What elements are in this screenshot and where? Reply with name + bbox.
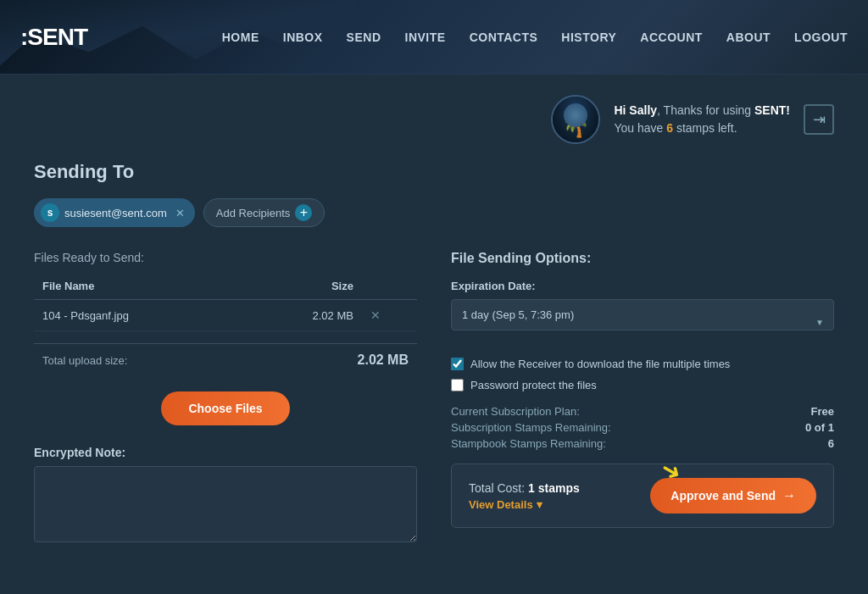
total-cost-text: Total Cost: xyxy=(469,481,528,495)
stampbook-row: Stampbook Stamps Remaining: 6 xyxy=(451,437,834,450)
approve-and-send-button[interactable]: Approve and Send → xyxy=(650,478,816,514)
cost-label: Total Cost: 1 stamps xyxy=(469,481,580,495)
files-ready-label: Files Ready to Send: xyxy=(34,251,417,264)
greeting-stamps-count: 6 xyxy=(666,121,673,135)
main-content: Hi Sally, Thanks for using SENT! You hav… xyxy=(0,75,868,594)
col-file-name: File Name xyxy=(34,273,244,300)
total-row: Total upload size: 2.02 MB xyxy=(34,343,417,376)
plan-label: Current Subscription Plan: xyxy=(451,405,580,418)
add-recipients-label: Add Recipients xyxy=(216,207,290,219)
choose-files-button[interactable]: Choose Files xyxy=(161,391,289,425)
stamps-remaining-label: Subscription Stamps Remaining: xyxy=(451,421,611,434)
stamps-remaining-value: 0 of 1 xyxy=(805,421,834,434)
plan-row: Current Subscription Plan: Free xyxy=(451,405,834,418)
allow-multiple-downloads-checkbox[interactable] xyxy=(451,358,464,370)
note-label: Encrypted Note: xyxy=(34,446,417,459)
remove-file-button[interactable]: ✕ xyxy=(370,308,381,322)
two-column-layout: Files Ready to Send: File Name Size 104 … xyxy=(34,251,834,546)
file-size-cell: 2.02 MB xyxy=(244,300,362,331)
add-recipients-button[interactable]: Add Recipients + xyxy=(203,198,325,227)
header: :SENT HOME INBOX SEND INVITE CONTACTS HI… xyxy=(0,0,868,75)
chevron-down-icon: ▾ xyxy=(537,498,542,511)
total-cost-box: Total Cost: 1 stamps View Details ▾ ➜ Ap… xyxy=(451,464,834,528)
encrypted-note-input[interactable] xyxy=(34,466,417,542)
password-protect-label: Password protect the files xyxy=(470,379,597,391)
table-row: 104 - Pdsganf.jpg 2.02 MB ✕ xyxy=(34,300,417,331)
plan-value: Free xyxy=(811,405,834,418)
right-column: File Sending Options: Expiration Date: 1… xyxy=(451,251,834,546)
password-protect-row: Password protect the files xyxy=(451,379,834,391)
greeting-bar: Hi Sally, Thanks for using SENT! You hav… xyxy=(34,95,834,144)
view-details-label: View Details xyxy=(469,498,533,511)
left-column: Files Ready to Send: File Name Size 104 … xyxy=(34,251,417,546)
nav-account[interactable]: ACCOUNT xyxy=(640,31,703,44)
nav-contacts[interactable]: CONTACTS xyxy=(470,31,538,44)
file-name-cell: 104 - Pdsganf.jpg xyxy=(34,300,244,331)
cost-info: Total Cost: 1 stamps View Details ▾ xyxy=(469,481,580,511)
nav-history[interactable]: HISTORY xyxy=(561,31,616,44)
add-plus-icon: + xyxy=(295,204,312,221)
avatar xyxy=(551,95,600,144)
nav-send[interactable]: SEND xyxy=(347,31,381,44)
nav-inbox[interactable]: INBOX xyxy=(283,31,323,44)
stampbook-value: 6 xyxy=(828,437,834,450)
recipient-email: susiesent@sent.com xyxy=(64,207,167,219)
view-details-link[interactable]: View Details ▾ xyxy=(469,498,580,511)
expiry-label: Expiration Date: xyxy=(451,280,834,292)
stampbook-label: Stampbook Stamps Remaining: xyxy=(451,437,606,450)
recipient-chip: s susiesent@sent.com ✕ xyxy=(34,198,195,227)
logout-arrow-button[interactable]: ⇥ xyxy=(804,104,834,135)
remove-recipient-button[interactable]: ✕ xyxy=(175,207,185,219)
recipients-row: s susiesent@sent.com ✕ Add Recipients + xyxy=(34,198,834,227)
nav-logout[interactable]: LOGOUT xyxy=(794,31,848,44)
total-size-value: 2.02 MB xyxy=(358,353,409,368)
nav-about[interactable]: ABOUT xyxy=(726,31,771,44)
subscription-info: Current Subscription Plan: Free Subscrip… xyxy=(451,405,834,450)
stamps-remaining-row: Subscription Stamps Remaining: 0 of 1 xyxy=(451,421,834,434)
greeting-brand: SENT! xyxy=(754,103,790,117)
expiry-date-select[interactable]: 1 day (Sep 5, 7:36 pm)3 days7 days30 day… xyxy=(451,299,834,330)
navigation: HOME INBOX SEND INVITE CONTACTS HISTORY … xyxy=(222,31,848,44)
send-arrow-icon: → xyxy=(782,488,796,503)
approve-send-label: Approve and Send xyxy=(670,489,776,502)
total-cost-amount: 1 stamps xyxy=(528,481,580,495)
total-label: Total upload size: xyxy=(42,354,127,367)
greeting-text: Hi Sally, Thanks for using SENT! You hav… xyxy=(614,102,790,137)
logo: :SENT xyxy=(20,24,87,51)
allow-multiple-downloads-label: Allow the Receiver to download the file … xyxy=(470,358,730,370)
col-size: Size xyxy=(244,273,362,300)
allow-multiple-downloads-row: Allow the Receiver to download the file … xyxy=(451,358,834,370)
greeting-thanks: , Thanks for using xyxy=(657,103,754,117)
greeting-stamps-suffix: stamps left. xyxy=(673,121,737,135)
recipient-avatar: s xyxy=(41,203,59,222)
nav-home[interactable]: HOME xyxy=(222,31,259,44)
files-table: File Name Size 104 - Pdsganf.jpg 2.02 MB… xyxy=(34,273,417,331)
greeting-name: Hi Sally xyxy=(614,103,657,117)
page-title: Sending To xyxy=(34,161,834,183)
expiry-select-wrapper: 1 day (Sep 5, 7:36 pm)3 days7 days30 day… xyxy=(451,299,834,344)
nav-invite[interactable]: INVITE xyxy=(405,31,446,44)
greeting-stamps-prefix: You have xyxy=(614,121,666,135)
password-protect-checkbox[interactable] xyxy=(451,379,464,391)
options-label: File Sending Options: xyxy=(451,251,834,266)
